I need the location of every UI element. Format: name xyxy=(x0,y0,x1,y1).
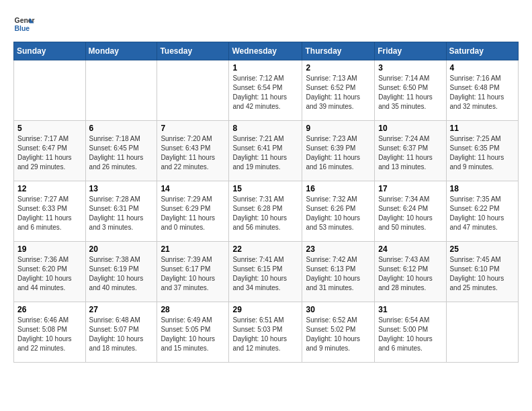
calendar-cell: 17Sunrise: 7:34 AM Sunset: 6:24 PM Dayli… xyxy=(375,181,446,242)
calendar-cell: 10Sunrise: 7:24 AM Sunset: 6:37 PM Dayli… xyxy=(375,121,446,181)
calendar-cell: 5Sunrise: 7:17 AM Sunset: 6:47 PM Daylig… xyxy=(14,121,86,181)
calendar-cell: 14Sunrise: 7:29 AM Sunset: 6:29 PM Dayli… xyxy=(157,181,229,242)
day-header-friday: Friday xyxy=(375,42,446,60)
calendar-cell: 18Sunrise: 7:35 AM Sunset: 6:22 PM Dayli… xyxy=(446,181,518,242)
day-number: 5 xyxy=(17,124,82,133)
day-info: Sunrise: 6:51 AM Sunset: 5:03 PM Dayligh… xyxy=(232,316,298,353)
day-number: 22 xyxy=(232,244,298,254)
day-info: Sunrise: 7:13 AM Sunset: 6:52 PM Dayligh… xyxy=(306,74,371,111)
calendar-cell: 28Sunrise: 6:49 AM Sunset: 5:05 PM Dayli… xyxy=(157,302,229,363)
calendar-cell: 3Sunrise: 7:14 AM Sunset: 6:50 PM Daylig… xyxy=(375,60,446,121)
day-number: 6 xyxy=(89,124,154,133)
page-header: General Blue xyxy=(13,13,519,35)
day-number: 15 xyxy=(232,184,298,193)
day-number: 2 xyxy=(306,63,371,73)
day-number: 9 xyxy=(306,124,371,133)
day-info: Sunrise: 7:36 AM Sunset: 6:20 PM Dayligh… xyxy=(17,255,82,293)
calendar-cell: 1Sunrise: 7:12 AM Sunset: 6:54 PM Daylig… xyxy=(229,60,302,121)
svg-text:Blue: Blue xyxy=(15,25,30,32)
day-info: Sunrise: 7:45 AM Sunset: 6:10 PM Dayligh… xyxy=(450,255,515,293)
day-info: Sunrise: 7:35 AM Sunset: 6:22 PM Dayligh… xyxy=(450,195,515,232)
calendar-cell: 6Sunrise: 7:18 AM Sunset: 6:45 PM Daylig… xyxy=(85,121,157,181)
calendar-cell: 8Sunrise: 7:21 AM Sunset: 6:41 PM Daylig… xyxy=(229,121,302,181)
calendar-cell: 13Sunrise: 7:28 AM Sunset: 6:31 PM Dayli… xyxy=(85,181,157,242)
week-row-2: 5Sunrise: 7:17 AM Sunset: 6:47 PM Daylig… xyxy=(14,121,519,181)
day-info: Sunrise: 6:48 AM Sunset: 5:07 PM Dayligh… xyxy=(89,316,154,353)
calendar-cell: 11Sunrise: 7:25 AM Sunset: 6:35 PM Dayli… xyxy=(446,121,518,181)
day-number: 8 xyxy=(232,124,298,133)
logo-icon: General Blue xyxy=(13,13,35,35)
calendar-cell: 21Sunrise: 7:39 AM Sunset: 6:17 PM Dayli… xyxy=(157,242,229,302)
calendar-cell xyxy=(157,60,229,121)
day-number: 25 xyxy=(450,244,515,254)
calendar-cell: 25Sunrise: 7:45 AM Sunset: 6:10 PM Dayli… xyxy=(446,242,518,302)
day-number: 19 xyxy=(17,244,82,254)
days-header-row: SundayMondayTuesdayWednesdayThursdayFrid… xyxy=(14,42,519,60)
day-number: 16 xyxy=(306,184,371,193)
day-number: 28 xyxy=(161,305,225,314)
calendar-cell: 4Sunrise: 7:16 AM Sunset: 6:48 PM Daylig… xyxy=(446,60,518,121)
day-info: Sunrise: 7:12 AM Sunset: 6:54 PM Dayligh… xyxy=(232,74,298,111)
day-header-saturday: Saturday xyxy=(446,42,518,60)
day-info: Sunrise: 7:28 AM Sunset: 6:31 PM Dayligh… xyxy=(89,195,154,232)
calendar-cell: 31Sunrise: 6:54 AM Sunset: 5:00 PM Dayli… xyxy=(375,302,446,363)
day-info: Sunrise: 7:16 AM Sunset: 6:48 PM Dayligh… xyxy=(450,74,515,111)
day-number: 31 xyxy=(378,305,442,314)
day-info: Sunrise: 7:39 AM Sunset: 6:17 PM Dayligh… xyxy=(161,255,225,293)
calendar-cell: 30Sunrise: 6:52 AM Sunset: 5:02 PM Dayli… xyxy=(302,302,375,363)
day-number: 14 xyxy=(161,184,225,193)
day-info: Sunrise: 7:42 AM Sunset: 6:13 PM Dayligh… xyxy=(306,255,371,293)
calendar-cell xyxy=(85,60,157,121)
day-number: 20 xyxy=(89,244,154,254)
calendar-cell: 9Sunrise: 7:23 AM Sunset: 6:39 PM Daylig… xyxy=(302,121,375,181)
calendar-cell: 24Sunrise: 7:43 AM Sunset: 6:12 PM Dayli… xyxy=(375,242,446,302)
week-row-4: 19Sunrise: 7:36 AM Sunset: 6:20 PM Dayli… xyxy=(14,242,519,302)
calendar-cell: 7Sunrise: 7:20 AM Sunset: 6:43 PM Daylig… xyxy=(157,121,229,181)
day-info: Sunrise: 6:46 AM Sunset: 5:08 PM Dayligh… xyxy=(17,316,82,353)
calendar-cell: 19Sunrise: 7:36 AM Sunset: 6:20 PM Dayli… xyxy=(14,242,86,302)
calendar-cell: 16Sunrise: 7:32 AM Sunset: 6:26 PM Dayli… xyxy=(302,181,375,242)
day-info: Sunrise: 7:41 AM Sunset: 6:15 PM Dayligh… xyxy=(232,255,298,293)
day-number: 10 xyxy=(378,124,442,133)
day-info: Sunrise: 7:31 AM Sunset: 6:28 PM Dayligh… xyxy=(232,195,298,232)
calendar-cell: 29Sunrise: 6:51 AM Sunset: 5:03 PM Dayli… xyxy=(229,302,302,363)
day-number: 26 xyxy=(17,305,82,314)
day-info: Sunrise: 7:14 AM Sunset: 6:50 PM Dayligh… xyxy=(378,74,442,111)
calendar-cell: 27Sunrise: 6:48 AM Sunset: 5:07 PM Dayli… xyxy=(85,302,157,363)
day-header-thursday: Thursday xyxy=(302,42,375,60)
calendar-cell: 2Sunrise: 7:13 AM Sunset: 6:52 PM Daylig… xyxy=(302,60,375,121)
day-info: Sunrise: 7:20 AM Sunset: 6:43 PM Dayligh… xyxy=(161,134,225,172)
calendar-table: SundayMondayTuesdayWednesdayThursdayFrid… xyxy=(13,42,519,363)
day-info: Sunrise: 7:34 AM Sunset: 6:24 PM Dayligh… xyxy=(378,195,442,232)
week-row-1: 1Sunrise: 7:12 AM Sunset: 6:54 PM Daylig… xyxy=(14,60,519,121)
day-number: 3 xyxy=(378,63,442,73)
day-info: Sunrise: 7:29 AM Sunset: 6:29 PM Dayligh… xyxy=(161,195,225,232)
calendar-cell: 26Sunrise: 6:46 AM Sunset: 5:08 PM Dayli… xyxy=(14,302,86,363)
calendar-cell: 23Sunrise: 7:42 AM Sunset: 6:13 PM Dayli… xyxy=(302,242,375,302)
day-number: 4 xyxy=(450,63,515,73)
day-number: 17 xyxy=(378,184,442,193)
calendar-cell: 20Sunrise: 7:38 AM Sunset: 6:19 PM Dayli… xyxy=(85,242,157,302)
day-info: Sunrise: 6:49 AM Sunset: 5:05 PM Dayligh… xyxy=(161,316,225,353)
logo: General Blue xyxy=(13,13,35,35)
day-number: 24 xyxy=(378,244,442,254)
day-info: Sunrise: 7:43 AM Sunset: 6:12 PM Dayligh… xyxy=(378,255,442,293)
day-number: 29 xyxy=(232,305,298,314)
calendar-cell xyxy=(14,60,86,121)
day-number: 11 xyxy=(450,124,515,133)
day-info: Sunrise: 7:38 AM Sunset: 6:19 PM Dayligh… xyxy=(89,255,154,293)
day-number: 30 xyxy=(306,305,371,314)
calendar-cell xyxy=(446,302,518,363)
week-row-3: 12Sunrise: 7:27 AM Sunset: 6:33 PM Dayli… xyxy=(14,181,519,242)
day-number: 23 xyxy=(306,244,371,254)
day-number: 7 xyxy=(161,124,225,133)
day-info: Sunrise: 7:25 AM Sunset: 6:35 PM Dayligh… xyxy=(450,134,515,172)
calendar-cell: 22Sunrise: 7:41 AM Sunset: 6:15 PM Dayli… xyxy=(229,242,302,302)
day-info: Sunrise: 7:18 AM Sunset: 6:45 PM Dayligh… xyxy=(89,134,154,172)
day-number: 12 xyxy=(17,184,82,193)
calendar-cell: 12Sunrise: 7:27 AM Sunset: 6:33 PM Dayli… xyxy=(14,181,86,242)
day-header-tuesday: Tuesday xyxy=(157,42,229,60)
day-info: Sunrise: 7:24 AM Sunset: 6:37 PM Dayligh… xyxy=(378,134,442,172)
day-number: 1 xyxy=(232,63,298,73)
day-header-wednesday: Wednesday xyxy=(229,42,302,60)
